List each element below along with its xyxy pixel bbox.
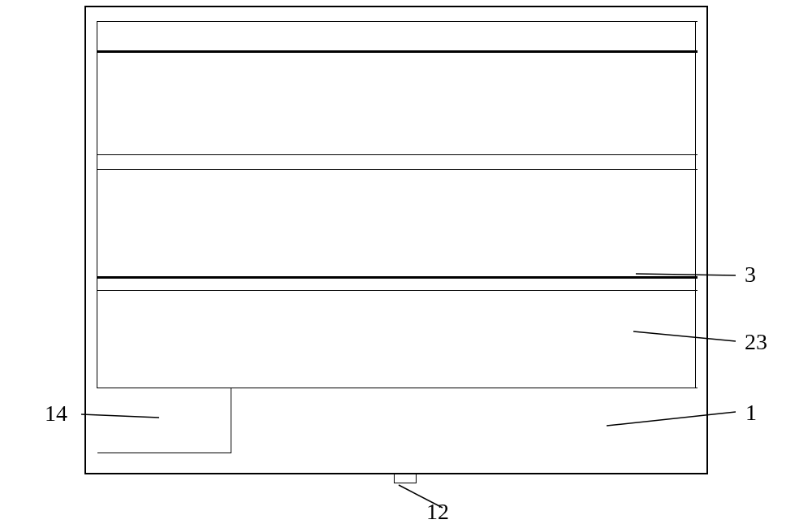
callout-label-1: 1 [745,400,757,426]
divider-3 [97,290,698,291]
outer-frame [84,6,708,474]
callout-label-14: 14 [45,401,67,427]
bottom-center-tab [394,474,417,483]
heavy-line-top [97,50,698,53]
bottom-left-rect [97,388,231,453]
heavy-line-mid [97,276,698,279]
top-border [97,21,698,22]
divider-1 [97,154,698,155]
callout-label-12: 12 [426,499,449,524]
callout-label-23: 23 [745,329,767,355]
left-border [97,21,97,388]
right-border [695,21,696,388]
callout-label-3: 3 [745,262,756,288]
divider-2 [97,169,698,170]
